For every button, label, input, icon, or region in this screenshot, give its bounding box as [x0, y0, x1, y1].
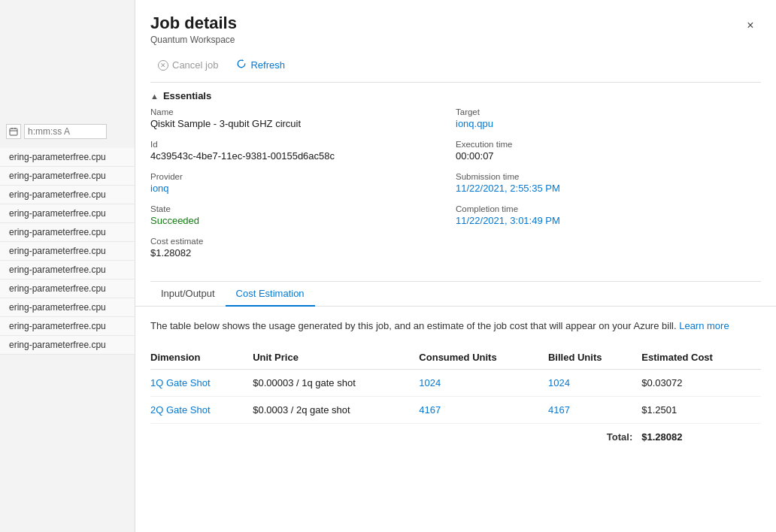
execution-time-field: Execution time 00:00:07 [456, 140, 761, 162]
refresh-icon [236, 59, 247, 71]
submission-time-field: Submission time 11/22/2021, 2:55:35 PM [456, 172, 761, 194]
refresh-button[interactable]: Refresh [229, 56, 293, 74]
time-input-row[interactable] [0, 124, 135, 139]
target-label: Target [456, 107, 761, 116]
list-item[interactable]: ering-parameterfree.cpu [0, 148, 135, 167]
tabs-bar: Input/Output Cost Estimation [135, 282, 776, 307]
total-row: Total: $1.28082 [150, 423, 761, 450]
panel-title: Job details [150, 14, 237, 33]
list-item[interactable]: ering-parameterfree.cpu [0, 298, 135, 317]
close-button[interactable]: × [740, 15, 761, 36]
essentials-header: ▲ Essentials [135, 83, 776, 107]
completion-time-value: 11/22/2021, 3:01:49 PM [456, 215, 761, 226]
submission-time-value: 11/22/2021, 2:55:35 PM [456, 183, 761, 194]
state-value: Succeeded [150, 215, 456, 226]
total-label: Total: [548, 423, 641, 450]
cost-estimate-field: Cost estimate $1.28082 [150, 237, 456, 258]
tab-input-output[interactable]: Input/Output [150, 282, 226, 307]
cost-estimation-content: The table below shows the usage generate… [135, 307, 776, 462]
cost-estimate-value: $1.28082 [150, 247, 456, 258]
col-consumed-units: Consumed Units [419, 346, 548, 370]
target-value[interactable]: ionq.qpu [456, 118, 761, 129]
col-dimension: Dimension [150, 346, 253, 370]
provider-field: Provider ionq [150, 172, 456, 194]
essentials-col-left: Name Qiskit Sample - 3-qubit GHZ circuit… [150, 107, 456, 269]
cost-table: Dimension Unit Price Consumed Units Bill… [150, 346, 761, 450]
list-item[interactable]: ering-parameterfree.cpu [0, 317, 135, 336]
table-row: 2Q Gate Shot $0.0003 / 2q gate shot 4167… [150, 396, 761, 423]
state-field: State Succeeded [150, 204, 456, 226]
list-item[interactable]: ering-parameterfree.cpu [0, 223, 135, 242]
table-row: 1Q Gate Shot $0.00003 / 1q gate shot 102… [150, 369, 761, 396]
collapse-chevron[interactable]: ▲ [150, 92, 159, 101]
execution-time-label: Execution time [456, 140, 761, 149]
row1-dimension[interactable]: 1Q Gate Shot [150, 369, 253, 396]
panel-title-block: Job details Quantum Workspace [150, 14, 237, 45]
row2-estimated-cost: $1.2501 [641, 396, 761, 423]
list-item[interactable]: ering-parameterfree.cpu [0, 242, 135, 261]
provider-value[interactable]: ionq [150, 183, 456, 194]
row1-estimated-cost: $0.03072 [641, 369, 761, 396]
id-field: Id 4c39543c-4be7-11ec-9381-00155d6ac58c [150, 140, 456, 162]
cost-description: The table below shows the usage generate… [150, 319, 761, 334]
cost-estimate-label: Cost estimate [150, 237, 456, 246]
name-field: Name Qiskit Sample - 3-qubit GHZ circuit [150, 107, 456, 129]
target-field: Target ionq.qpu [456, 107, 761, 129]
job-details-panel: Job details Quantum Workspace × ✕ Cancel… [135, 0, 776, 532]
state-label: State [150, 204, 456, 213]
row1-billed-units: 1024 [548, 369, 641, 396]
row2-dimension[interactable]: 2Q Gate Shot [150, 396, 253, 423]
tab-cost-estimation[interactable]: Cost Estimation [226, 282, 315, 307]
cost-table-body: 1Q Gate Shot $0.00003 / 1q gate shot 102… [150, 369, 761, 450]
list-item[interactable]: ering-parameterfree.cpu [0, 204, 135, 223]
id-value: 4c39543c-4be7-11ec-9381-00155d6ac58c [150, 150, 456, 162]
toolbar: ✕ Cancel job Refresh [135, 51, 776, 82]
row1-unit-price: $0.00003 / 1q gate shot [253, 369, 419, 396]
list-item[interactable]: ering-parameterfree.cpu [0, 280, 135, 298]
calendar-icon[interactable] [6, 124, 21, 139]
completion-time-field: Completion time 11/22/2021, 3:01:49 PM [456, 204, 761, 226]
essentials-label: Essentials [163, 90, 211, 101]
list-item[interactable]: ering-parameterfree.cpu [0, 186, 135, 204]
cancel-job-button[interactable]: ✕ Cancel job [150, 56, 226, 74]
essentials-grid: Name Qiskit Sample - 3-qubit GHZ circuit… [135, 107, 776, 281]
list-item[interactable]: ering-parameterfree.cpu [0, 336, 135, 355]
name-label: Name [150, 107, 456, 116]
essentials-col-right: Target ionq.qpu Execution time 00:00:07 … [456, 107, 761, 269]
total-empty-1 [150, 423, 253, 450]
panel-header: Job details Quantum Workspace × [135, 0, 776, 51]
cost-description-text: The table below shows the usage generate… [150, 320, 677, 331]
total-empty-2 [253, 423, 419, 450]
row2-unit-price: $0.0003 / 2q gate shot [253, 396, 419, 423]
provider-label: Provider [150, 172, 456, 181]
execution-time-value: 00:00:07 [456, 150, 761, 162]
list-item[interactable]: ering-parameterfree.cpu [0, 261, 135, 280]
refresh-label: Refresh [250, 59, 285, 71]
table-header-row: Dimension Unit Price Consumed Units Bill… [150, 346, 761, 370]
cancel-job-label: Cancel job [172, 59, 218, 71]
col-estimated-cost: Estimated Cost [641, 346, 761, 370]
svg-rect-0 [10, 128, 17, 135]
time-input[interactable] [24, 124, 107, 139]
cost-table-header: Dimension Unit Price Consumed Units Bill… [150, 346, 761, 370]
list-item[interactable]: ering-parameterfree.cpu [0, 167, 135, 186]
sidebar: ering-parameterfree.cpu ering-parameterf… [0, 0, 135, 532]
submission-time-label: Submission time [456, 172, 761, 181]
total-empty-3 [419, 423, 548, 450]
row2-consumed-units: 4167 [419, 396, 548, 423]
row1-consumed-units: 1024 [419, 369, 548, 396]
id-label: Id [150, 140, 456, 149]
row2-billed-units: 4167 [548, 396, 641, 423]
sidebar-list: ering-parameterfree.cpu ering-parameterf… [0, 148, 135, 355]
total-value: $1.28082 [641, 423, 761, 450]
completion-time-label: Completion time [456, 204, 761, 213]
learn-more-link[interactable]: Learn more [679, 320, 729, 331]
col-billed-units: Billed Units [548, 346, 641, 370]
name-value: Qiskit Sample - 3-qubit GHZ circuit [150, 118, 456, 129]
panel-subtitle: Quantum Workspace [150, 35, 237, 45]
cancel-icon: ✕ [158, 60, 168, 71]
col-unit-price: Unit Price [253, 346, 419, 370]
